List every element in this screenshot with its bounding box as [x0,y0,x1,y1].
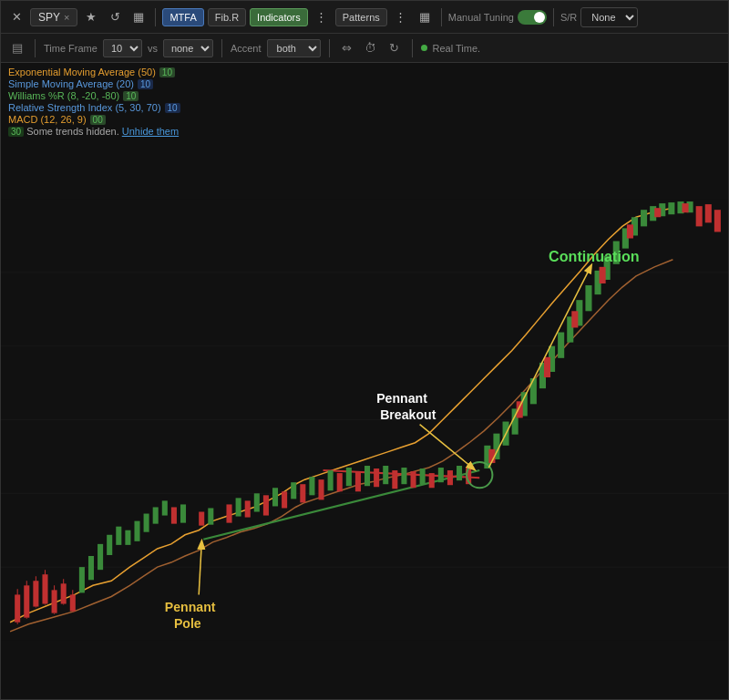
indicator-row-macd: MACD (12, 26, 9) 00 [8,114,721,125]
svg-rect-87 [641,210,647,226]
indicator-row-ema: Exponential Moving Average (50) 10 [8,67,721,77]
app-container: ✕ SPY × ★ ↺ ▦ MTFA Fib.R Indicators ⋮ Pa… [0,0,729,700]
svg-rect-69 [457,466,462,480]
svg-rect-56 [208,508,213,524]
svg-rect-33 [116,527,121,545]
vs-select[interactable]: none [163,39,213,57]
rows-icon[interactable]: ▤ [8,39,26,57]
rsi-label: Relative Strength Index (5, 30, 70) [8,102,161,113]
sep-2 [35,39,36,57]
svg-rect-53 [447,470,453,485]
svg-rect-46 [318,479,323,499]
indicator-row-rsi: Relative Strength Index (5, 30, 70) 10 [8,102,721,113]
mtfa-button[interactable]: MTFA [162,8,203,26]
accent-label: Accent [231,43,262,54]
svg-rect-68 [438,468,444,482]
tab-close-icon[interactable]: × [64,12,69,23]
svg-rect-44 [282,491,287,508]
svg-rect-81 [585,285,591,311]
svg-rect-35 [134,521,139,541]
svg-rect-62 [328,470,334,490]
sr-label: S/R [560,12,577,23]
svg-rect-102 [705,204,712,222]
svg-rect-99 [654,208,661,217]
sep-4 [329,39,330,57]
move-icon[interactable]: ⇔ [338,39,356,57]
svg-rect-11 [42,574,47,603]
svg-rect-59 [272,488,278,506]
manual-tuning-toggle[interactable] [518,10,547,25]
sep-3 [221,39,222,57]
svg-rect-49 [374,468,379,487]
svg-rect-60 [291,482,296,499]
williams-label: Williams %R (8, -20, -80) [8,90,119,101]
chart-area[interactable]: Continuation Pennant Breakout Pennant Po… [1,140,728,699]
svg-rect-45 [300,484,305,502]
svg-rect-100 [682,203,688,212]
svg-rect-29 [79,567,85,592]
sr-dropdown[interactable]: None [580,7,638,27]
timeframe-select[interactable]: 10 [103,39,142,57]
svg-rect-57 [236,498,241,516]
sma-label: Simple Moving Average (20) [8,78,134,89]
svg-rect-48 [355,471,361,491]
svg-rect-66 [401,468,406,484]
continuation-text: Continuation [549,248,640,264]
separator-1 [155,8,156,26]
sep-5 [412,39,413,57]
indicators-drag-icon: ⋮ [312,7,332,27]
svg-rect-41 [226,504,231,522]
svg-rect-55 [180,504,186,522]
svg-rect-10 [33,581,38,606]
svg-rect-30 [88,556,94,580]
refresh-icon[interactable]: ↺ [105,7,125,27]
indicator-row-sma: Simple Moving Average (20) 10 [8,78,721,89]
spy-tab[interactable]: SPY × [30,8,77,26]
svg-rect-8 [15,594,20,622]
svg-rect-36 [144,514,149,532]
svg-rect-103 [714,210,721,232]
chart-type-icon[interactable]: ▦ [128,7,149,27]
ema-label: Exponential Moving Average (50) [8,67,156,77]
top-toolbar: ✕ SPY × ★ ↺ ▦ MTFA Fib.R Indicators ⋮ Pa… [1,1,728,34]
sync-icon[interactable]: ↻ [385,39,404,57]
svg-rect-58 [254,493,260,511]
second-toolbar: ▤ Time Frame 10 vs none Accent both bull… [1,34,728,63]
svg-rect-78 [558,333,564,358]
bar-chart-icon[interactable]: ▦ [415,7,435,27]
star-icon[interactable]: ★ [81,7,101,27]
separator-3 [553,8,554,26]
svg-rect-98 [627,224,633,238]
pennant-breakout-text-1: Pennant [376,391,427,406]
realtime-label: Real Time. [433,43,481,54]
accent-select[interactable]: both bull bear none [267,39,321,57]
fibr-button[interactable]: Fib.R [208,8,246,26]
unhide-link[interactable]: Unhide them [122,126,179,137]
tab-label: SPY [38,11,60,24]
indicators-button[interactable]: Indicators [250,8,308,26]
pennant-pole-text-2: Pole [174,616,201,631]
svg-rect-50 [392,470,397,489]
williams-badge: 10 [123,91,139,101]
svg-rect-31 [98,544,103,570]
svg-rect-64 [364,466,370,486]
svg-rect-12 [52,590,57,612]
svg-rect-39 [171,507,177,523]
clock-icon[interactable]: ⏱ [362,39,380,57]
svg-rect-47 [337,473,343,491]
patterns-button[interactable]: Patterns [335,8,387,26]
svg-rect-67 [420,468,426,484]
svg-rect-43 [263,495,269,515]
svg-rect-101 [696,206,703,226]
sma-badge: 10 [138,79,153,89]
realtime-dot [421,45,427,51]
macd-label: MACD (12, 26, 9) [8,114,87,125]
macd-badge: 00 [90,115,106,125]
svg-rect-90 [668,202,674,214]
manual-tuning-label: Manual Tuning [448,12,514,23]
trend-line-row: 30 Some trends hidden. Unhide them [8,126,721,137]
svg-rect-42 [245,500,251,517]
indicator-row-williams: Williams %R (8, -20, -80) 10 [8,90,721,101]
tools-icon[interactable]: ✕ [6,7,26,27]
svg-rect-14 [70,594,76,611]
